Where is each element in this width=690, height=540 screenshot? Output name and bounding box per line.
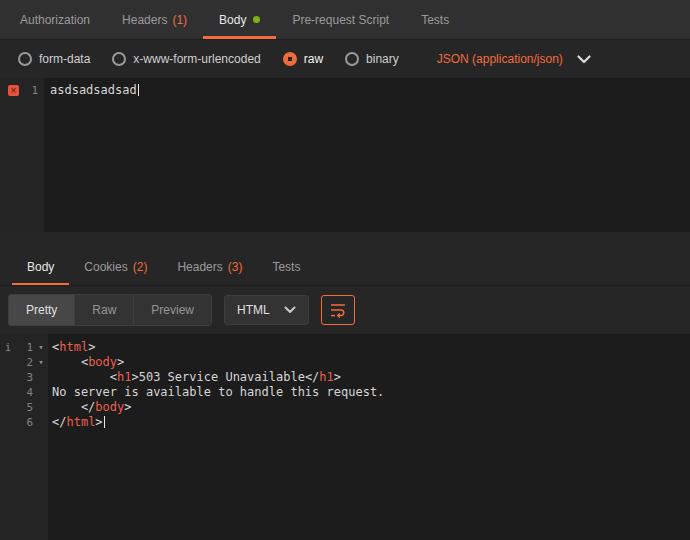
request-editor-gutter: × 1	[0, 78, 44, 232]
response-toolbar: Pretty Raw Preview HTML	[0, 286, 690, 334]
gutter-row: 2▾	[0, 355, 48, 370]
chevron-down-icon	[577, 55, 591, 64]
request-body-editor[interactable]: × 1 asdsadsadsad	[0, 78, 690, 232]
response-section: Body Cookies (2) Headers (3) Tests Prett…	[0, 248, 690, 540]
tab-label: Pre-request Script	[292, 13, 389, 27]
code-line: No server is available to handle this re…	[48, 385, 690, 400]
tab-label: Headers	[177, 260, 222, 274]
code-token: h1	[319, 370, 333, 384]
gutter-row: i1▾	[0, 340, 48, 355]
body-type-selector-row: form-data x-www-form-urlencoded raw bina…	[0, 40, 690, 78]
tab-label: Tests	[272, 260, 300, 274]
code-token: h1	[117, 370, 131, 384]
code-token: No server is available to handle this re…	[52, 385, 384, 399]
line-number: 5	[16, 400, 34, 415]
text-cursor	[138, 84, 139, 96]
tab-label: Body	[219, 13, 246, 27]
request-response-panel: Authorization Headers (1) Body Pre-reque…	[0, 0, 690, 540]
radio-form-data[interactable]: form-data	[18, 52, 90, 66]
tab-label: Tests	[421, 13, 449, 27]
code-token: <	[52, 370, 117, 384]
radio-circle-icon	[345, 52, 359, 66]
code-token: html	[59, 340, 88, 354]
request-tabs-bar: Authorization Headers (1) Body Pre-reque…	[0, 0, 690, 40]
wrap-text-icon	[330, 302, 346, 318]
text-cursor	[104, 416, 105, 428]
gutter-row: 6	[0, 415, 48, 430]
gutter-row: × 1	[0, 83, 44, 98]
response-editor-gutter: i1▾2▾3456	[0, 334, 48, 540]
line-number: 2	[16, 355, 34, 370]
view-raw-button[interactable]: Raw	[75, 295, 134, 325]
tab-headers[interactable]: Headers (1)	[106, 0, 203, 39]
code-token: body	[95, 400, 124, 414]
tab-count-badge: (1)	[172, 13, 187, 27]
info-icon: i	[0, 340, 16, 355]
error-marker-icon: ×	[8, 85, 19, 96]
tab-authorization[interactable]: Authorization	[4, 0, 106, 39]
tab-label: Headers	[122, 13, 167, 27]
fold-toggle-icon[interactable]: ▾	[34, 355, 48, 370]
content-type-value: JSON (application/json)	[437, 52, 563, 66]
radio-label: raw	[304, 52, 323, 66]
view-preview-button[interactable]: Preview	[134, 295, 211, 325]
response-body-viewer: i1▾2▾3456 <html> <body> <h1>503 Service …	[0, 334, 690, 540]
gutter-row: 5	[0, 400, 48, 415]
format-value: HTML	[237, 303, 270, 317]
code-token: </	[305, 370, 319, 384]
code-token: 503 Service Unavailable	[139, 370, 305, 384]
radio-label: binary	[366, 52, 399, 66]
code-token: >	[124, 400, 131, 414]
line-number: 4	[16, 385, 34, 400]
radio-label: x-www-form-urlencoded	[133, 52, 260, 66]
request-body-text: asdsadsadsad	[50, 83, 137, 97]
response-tabs-bar: Body Cookies (2) Headers (3) Tests	[0, 248, 690, 286]
content-type-dropdown[interactable]: JSON (application/json)	[437, 52, 591, 66]
response-tab-tests[interactable]: Tests	[257, 248, 315, 285]
tab-tests[interactable]: Tests	[405, 0, 465, 39]
code-line: asdsadsadsad	[44, 83, 690, 98]
format-dropdown[interactable]: HTML	[224, 295, 309, 325]
view-pretty-button[interactable]: Pretty	[9, 295, 75, 325]
gutter-row: 4	[0, 385, 48, 400]
radio-binary[interactable]: binary	[345, 52, 399, 66]
request-editor-content[interactable]: asdsadsadsad	[44, 78, 690, 232]
line-number: 1	[19, 83, 44, 98]
code-line: <html>	[48, 340, 690, 355]
tab-label: Authorization	[20, 13, 90, 27]
tab-count-badge: (3)	[228, 260, 243, 274]
chevron-down-icon	[284, 306, 296, 314]
response-tab-headers[interactable]: Headers (3)	[162, 248, 257, 285]
code-token: >	[117, 355, 124, 369]
code-token: >	[95, 415, 102, 429]
code-token: html	[66, 415, 95, 429]
response-view-switcher: Pretty Raw Preview	[8, 294, 212, 326]
code-token: </	[52, 415, 66, 429]
tab-pre-request-script[interactable]: Pre-request Script	[276, 0, 405, 39]
response-editor-content: <html> <body> <h1>503 Service Unavailabl…	[48, 334, 690, 540]
tab-body[interactable]: Body	[203, 0, 276, 39]
code-line: </html>	[48, 415, 690, 430]
line-number: 6	[16, 415, 34, 430]
radio-circle-selected-icon	[283, 52, 297, 66]
code-line: <h1>503 Service Unavailable</h1>	[48, 370, 690, 385]
wrap-text-button[interactable]	[321, 295, 355, 325]
fold-toggle-icon[interactable]: ▾	[34, 340, 48, 355]
code-token: <	[52, 355, 88, 369]
body-content-indicator-dot	[253, 16, 260, 23]
code-token: body	[88, 355, 117, 369]
radio-raw[interactable]: raw	[283, 52, 323, 66]
response-tab-cookies[interactable]: Cookies (2)	[69, 248, 162, 285]
gutter-row: 3	[0, 370, 48, 385]
code-line: </body>	[48, 400, 690, 415]
radio-label: form-data	[39, 52, 90, 66]
code-line: <body>	[48, 355, 690, 370]
radio-x-www-form-urlencoded[interactable]: x-www-form-urlencoded	[112, 52, 260, 66]
response-tab-body[interactable]: Body	[12, 248, 69, 285]
tab-count-badge: (2)	[133, 260, 148, 274]
radio-circle-icon	[112, 52, 126, 66]
radio-circle-icon	[18, 52, 32, 66]
tab-label: Cookies	[84, 260, 127, 274]
line-number: 3	[16, 370, 34, 385]
code-token: >	[131, 370, 138, 384]
